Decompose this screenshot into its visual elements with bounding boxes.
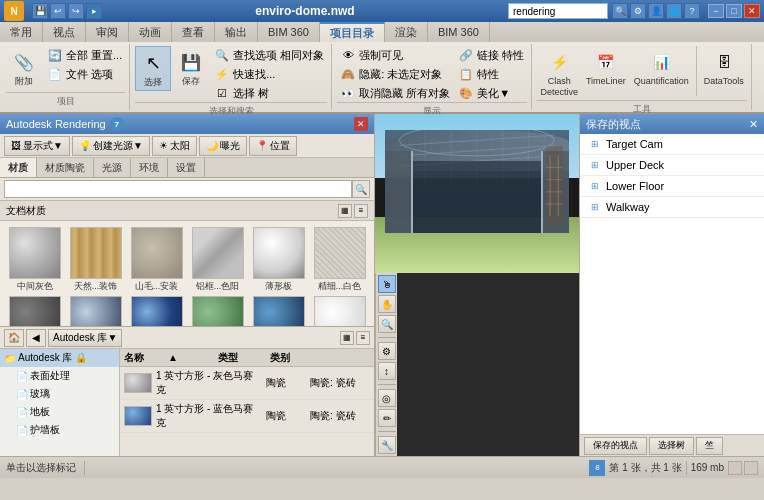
exposure-label: 曝光: [220, 139, 240, 153]
saved-item-walkway[interactable]: ⊞ Walkway: [580, 197, 764, 218]
tab-shuchu[interactable]: 输出: [215, 22, 258, 42]
minimize-button[interactable]: −: [708, 4, 724, 18]
location-button[interactable]: 📍 位置: [249, 136, 297, 156]
viewport[interactable]: [375, 114, 579, 273]
tool-section[interactable]: 🔧: [378, 436, 396, 454]
tool-zoom[interactable]: 🔍: [378, 315, 396, 333]
tab-bim360-2[interactable]: BIM 360: [428, 22, 490, 42]
attach-button[interactable]: 📎 附加: [6, 46, 42, 89]
saved-item-upper-deck[interactable]: ⊞ Upper Deck: [580, 155, 764, 176]
qt-icon-3[interactable]: ↪: [68, 3, 84, 19]
lib-list-button[interactable]: ≡: [356, 331, 370, 345]
saved-panel-close[interactable]: ✕: [749, 118, 758, 131]
qt-icon-1[interactable]: 💾: [32, 3, 48, 19]
mat-thumb-4: [253, 227, 305, 279]
exposure-button[interactable]: 🌙 曝光: [199, 136, 247, 156]
quantification-button[interactable]: 📊 Quantification: [631, 46, 692, 89]
tab-environment[interactable]: 环境: [131, 158, 168, 177]
mat-item-3[interactable]: 铝框...色阳: [189, 227, 246, 292]
close-button[interactable]: ✕: [744, 4, 760, 18]
mat-item-11[interactable]: 白色: [311, 296, 368, 326]
display-mode-button[interactable]: 🖼 显示式▼: [4, 136, 70, 156]
link-button[interactable]: 🔗 链接 特性: [455, 46, 527, 64]
select-all-button[interactable]: ☑ 选择 树: [211, 84, 327, 102]
tab-shenhe[interactable]: 审阅: [86, 22, 129, 42]
select-button[interactable]: ↖ 选择: [135, 46, 171, 91]
unhide-button[interactable]: 👀 取消隐藏 所有对象: [337, 84, 453, 102]
maximize-button[interactable]: □: [726, 4, 742, 18]
mat-item-2[interactable]: 山毛...安装: [128, 227, 185, 292]
override-button[interactable]: 🎨 美化▼: [455, 84, 527, 102]
tab-xuanran[interactable]: 渲染: [385, 22, 428, 42]
material-search-button[interactable]: 🔍: [352, 180, 370, 198]
properties-button[interactable]: 📋 特性: [455, 65, 527, 83]
tab-donghua[interactable]: 动画: [129, 22, 172, 42]
lib-tree-surface[interactable]: 📄 表面处理: [0, 367, 119, 385]
tool-select[interactable]: 🖱: [378, 275, 396, 293]
tool-measure[interactable]: ◎: [378, 389, 396, 407]
save-select-button[interactable]: 💾 保存: [173, 46, 209, 89]
tool-walk[interactable]: ↕: [378, 362, 396, 380]
list-view-button[interactable]: ≡: [354, 204, 368, 218]
material-search-input[interactable]: [4, 180, 352, 198]
qt-icon-4[interactable]: ▸: [86, 3, 102, 19]
file-options-button[interactable]: 📄 文件 选项: [44, 65, 125, 83]
lib-tree-floor[interactable]: 📄 地板: [0, 403, 119, 421]
lib-dropdown-button[interactable]: Autodesk 库▼: [48, 329, 122, 347]
rendering-panel-close[interactable]: ✕: [354, 117, 368, 131]
tab-lighting[interactable]: 光源: [94, 158, 131, 177]
lib-back-button[interactable]: ◀: [26, 329, 46, 347]
tab-chakan[interactable]: 查看: [172, 22, 215, 42]
tab-shidian[interactable]: 视点: [43, 22, 86, 42]
extra-tab[interactable]: 竺: [696, 437, 723, 455]
tab-changyon[interactable]: 常用: [0, 22, 43, 42]
find-related-button[interactable]: 🔍 查找选项 相同对象: [211, 46, 327, 64]
tab-bim360[interactable]: BIM 360: [258, 22, 320, 42]
mat-item-1[interactable]: 天然...装饰: [67, 227, 124, 292]
mat-item-6[interactable]: 非标...灰色: [6, 296, 63, 326]
tab-material[interactable]: 材质: [0, 158, 37, 177]
tool-orbit[interactable]: ⚙: [378, 342, 396, 360]
sun-button[interactable]: ☀ 太阳: [152, 136, 197, 156]
lib-tree-autodesk[interactable]: 📁 Autodesk 库 🔒: [0, 349, 119, 367]
lib-item-2[interactable]: 1 英寸方形 - 蓝色马赛克 陶瓷 陶瓷: 瓷砖: [120, 400, 374, 433]
qt-icon-2[interactable]: ↩: [50, 3, 66, 19]
lib-grid-button[interactable]: ▦: [340, 331, 354, 345]
tb-btn4[interactable]: ?: [684, 3, 700, 19]
tab-material-ceramic[interactable]: 材质陶瓷: [37, 158, 94, 177]
mat-item-4[interactable]: 薄形板: [250, 227, 307, 292]
tab-settings[interactable]: 设置: [168, 158, 205, 177]
selection-tree-tab[interactable]: 选择树: [649, 437, 694, 455]
timeliner-button[interactable]: 📅 TimeLiner: [583, 46, 629, 89]
lib-tree-wall[interactable]: 📄 护墙板: [0, 421, 119, 439]
mat-item-7[interactable]: 反射...白色: [67, 296, 124, 326]
tool-redline[interactable]: ✏: [378, 409, 396, 427]
mat-item-10[interactable]: 海片...米色: [250, 296, 307, 326]
clash-detective-button[interactable]: ⚡ ClashDetective: [537, 46, 581, 100]
tb-btn3[interactable]: 🌐: [666, 3, 682, 19]
tab-xiangmu[interactable]: 项目目录: [320, 22, 385, 42]
force-visible-button[interactable]: 👁 强制可见: [337, 46, 453, 64]
hide-button[interactable]: 🙈 隐藏: 未选定对象: [337, 65, 453, 83]
tb-btn1[interactable]: ⚙: [630, 3, 646, 19]
select-label: 选择: [144, 77, 162, 88]
tb-btn2[interactable]: 👤: [648, 3, 664, 19]
lib-home-button[interactable]: 🏠: [4, 329, 24, 347]
datatools-button[interactable]: 🗄 DataTools: [701, 46, 747, 89]
saved-viewpoints-tab[interactable]: 保存的视点: [584, 437, 647, 455]
mat-item-9[interactable]: 波纹...绿色: [189, 296, 246, 326]
mat-item-5[interactable]: 精细...白色: [311, 227, 368, 292]
lib-tree-glass[interactable]: 📄 玻璃: [0, 385, 119, 403]
search-input[interactable]: [508, 3, 608, 19]
tool-pan[interactable]: ✋: [378, 295, 396, 313]
grid-view-button[interactable]: ▦: [338, 204, 352, 218]
create-light-button[interactable]: 💡 创建光源▼: [72, 136, 150, 156]
mat-item-0[interactable]: 中间灰色: [6, 227, 63, 292]
search-btn[interactable]: 🔍: [612, 3, 628, 19]
lib-item-1[interactable]: 1 英寸方形 - 灰色马赛克 陶瓷 陶瓷: 瓷砖: [120, 367, 374, 400]
quick-find-button[interactable]: ⚡ 快速找...: [211, 65, 327, 83]
saved-item-target-cam[interactable]: ⊞ Target Cam: [580, 134, 764, 155]
saved-item-lower-floor[interactable]: ⊞ Lower Floor: [580, 176, 764, 197]
reset-all-button[interactable]: 🔄 全部 重置...: [44, 46, 125, 64]
mat-item-8[interactable]: 波状...蓝色: [128, 296, 185, 326]
